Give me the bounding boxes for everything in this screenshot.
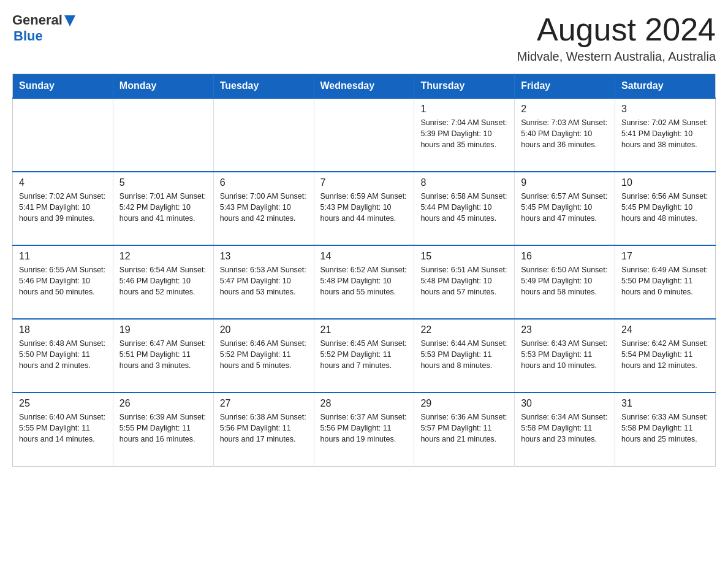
calendar-cell: 14Sunrise: 6:52 AM Sunset: 5:48 PM Dayli… bbox=[314, 245, 414, 319]
header-cell-sunday: Sunday bbox=[13, 74, 113, 99]
calendar-cell: 8Sunrise: 6:58 AM Sunset: 5:44 PM Daylig… bbox=[414, 172, 515, 245]
calendar-cell bbox=[213, 98, 314, 172]
day-info: Sunrise: 7:00 AM Sunset: 5:43 PM Dayligh… bbox=[220, 191, 308, 224]
calendar-cell: 20Sunrise: 6:46 AM Sunset: 5:52 PM Dayli… bbox=[213, 319, 314, 393]
day-number: 23 bbox=[521, 324, 609, 335]
calendar-cell: 16Sunrise: 6:50 AM Sunset: 5:49 PM Dayli… bbox=[515, 245, 615, 319]
week-row-1: 4Sunrise: 7:02 AM Sunset: 5:41 PM Daylig… bbox=[13, 172, 716, 245]
logo-blue: Blue bbox=[13, 28, 75, 44]
header-cell-saturday: Saturday bbox=[615, 74, 716, 99]
calendar-cell: 19Sunrise: 6:47 AM Sunset: 5:51 PM Dayli… bbox=[113, 319, 213, 393]
calendar-cell: 15Sunrise: 6:51 AM Sunset: 5:48 PM Dayli… bbox=[414, 245, 515, 319]
calendar-cell: 21Sunrise: 6:45 AM Sunset: 5:52 PM Dayli… bbox=[314, 319, 414, 393]
day-number: 19 bbox=[119, 324, 207, 335]
week-row-2: 11Sunrise: 6:55 AM Sunset: 5:46 PM Dayli… bbox=[13, 245, 716, 319]
day-number: 24 bbox=[621, 324, 709, 335]
day-info: Sunrise: 6:56 AM Sunset: 5:45 PM Dayligh… bbox=[621, 191, 709, 224]
day-info: Sunrise: 6:50 AM Sunset: 5:49 PM Dayligh… bbox=[521, 264, 609, 297]
header-cell-wednesday: Wednesday bbox=[314, 74, 414, 99]
title-block: August 2024 Midvale, Western Australia, … bbox=[517, 12, 716, 64]
calendar-cell: 12Sunrise: 6:54 AM Sunset: 5:46 PM Dayli… bbox=[113, 245, 213, 319]
day-number: 8 bbox=[420, 177, 508, 188]
calendar-cell: 30Sunrise: 6:34 AM Sunset: 5:58 PM Dayli… bbox=[515, 393, 615, 466]
calendar-cell bbox=[314, 98, 414, 172]
calendar-header: SundayMondayTuesdayWednesdayThursdayFrid… bbox=[13, 74, 716, 99]
calendar-cell: 11Sunrise: 6:55 AM Sunset: 5:46 PM Dayli… bbox=[13, 245, 113, 319]
calendar-cell: 2Sunrise: 7:03 AM Sunset: 5:40 PM Daylig… bbox=[515, 98, 615, 172]
calendar-cell: 5Sunrise: 7:01 AM Sunset: 5:42 PM Daylig… bbox=[113, 172, 213, 245]
day-info: Sunrise: 6:34 AM Sunset: 5:58 PM Dayligh… bbox=[521, 412, 609, 445]
day-info: Sunrise: 6:51 AM Sunset: 5:48 PM Dayligh… bbox=[420, 264, 508, 297]
day-number: 26 bbox=[119, 398, 207, 409]
day-number: 6 bbox=[220, 177, 308, 188]
week-row-0: 1Sunrise: 7:04 AM Sunset: 5:39 PM Daylig… bbox=[13, 98, 716, 172]
day-info: Sunrise: 7:03 AM Sunset: 5:40 PM Dayligh… bbox=[521, 117, 609, 150]
week-row-4: 25Sunrise: 6:40 AM Sunset: 5:55 PM Dayli… bbox=[13, 393, 716, 466]
day-number: 10 bbox=[621, 177, 709, 188]
page-header: General Blue August 2024 Midvale, Wester… bbox=[12, 12, 716, 64]
day-info: Sunrise: 6:40 AM Sunset: 5:55 PM Dayligh… bbox=[19, 412, 107, 445]
calendar-cell: 9Sunrise: 6:57 AM Sunset: 5:45 PM Daylig… bbox=[515, 172, 615, 245]
day-number: 2 bbox=[521, 104, 609, 115]
calendar-cell: 7Sunrise: 6:59 AM Sunset: 5:43 PM Daylig… bbox=[314, 172, 414, 245]
calendar-body: 1Sunrise: 7:04 AM Sunset: 5:39 PM Daylig… bbox=[13, 98, 716, 466]
day-number: 3 bbox=[621, 104, 709, 115]
day-info: Sunrise: 6:42 AM Sunset: 5:54 PM Dayligh… bbox=[621, 338, 709, 371]
day-info: Sunrise: 6:53 AM Sunset: 5:47 PM Dayligh… bbox=[220, 264, 308, 297]
header-cell-monday: Monday bbox=[113, 74, 213, 99]
subtitle: Midvale, Western Australia, Australia bbox=[517, 50, 716, 64]
day-number: 29 bbox=[420, 398, 508, 409]
day-info: Sunrise: 6:36 AM Sunset: 5:57 PM Dayligh… bbox=[420, 412, 508, 445]
day-info: Sunrise: 6:43 AM Sunset: 5:53 PM Dayligh… bbox=[521, 338, 609, 371]
calendar-cell: 28Sunrise: 6:37 AM Sunset: 5:56 PM Dayli… bbox=[314, 393, 414, 466]
day-number: 22 bbox=[420, 324, 508, 335]
day-number: 7 bbox=[320, 177, 408, 188]
calendar-cell: 6Sunrise: 7:00 AM Sunset: 5:43 PM Daylig… bbox=[213, 172, 314, 245]
calendar-cell: 4Sunrise: 7:02 AM Sunset: 5:41 PM Daylig… bbox=[13, 172, 113, 245]
calendar-cell: 31Sunrise: 6:33 AM Sunset: 5:58 PM Dayli… bbox=[615, 393, 716, 466]
day-info: Sunrise: 7:02 AM Sunset: 5:41 PM Dayligh… bbox=[19, 191, 107, 224]
day-info: Sunrise: 6:37 AM Sunset: 5:56 PM Dayligh… bbox=[320, 412, 408, 445]
logo: General Blue bbox=[12, 12, 75, 44]
logo-general: General bbox=[12, 12, 63, 28]
header-cell-tuesday: Tuesday bbox=[213, 74, 314, 99]
day-info: Sunrise: 6:47 AM Sunset: 5:51 PM Dayligh… bbox=[119, 338, 207, 371]
day-number: 17 bbox=[621, 251, 709, 262]
header-cell-friday: Friday bbox=[515, 74, 615, 99]
day-number: 21 bbox=[320, 324, 408, 335]
logo-triangle-icon bbox=[64, 15, 75, 26]
day-info: Sunrise: 6:48 AM Sunset: 5:50 PM Dayligh… bbox=[19, 338, 107, 371]
calendar-cell bbox=[113, 98, 213, 172]
day-number: 20 bbox=[220, 324, 308, 335]
day-number: 27 bbox=[220, 398, 308, 409]
day-number: 18 bbox=[19, 324, 107, 335]
header-row: SundayMondayTuesdayWednesdayThursdayFrid… bbox=[13, 74, 716, 99]
calendar-table: SundayMondayTuesdayWednesdayThursdayFrid… bbox=[12, 74, 716, 467]
calendar-cell: 10Sunrise: 6:56 AM Sunset: 5:45 PM Dayli… bbox=[615, 172, 716, 245]
day-info: Sunrise: 6:52 AM Sunset: 5:48 PM Dayligh… bbox=[320, 264, 408, 297]
day-info: Sunrise: 6:55 AM Sunset: 5:46 PM Dayligh… bbox=[19, 264, 107, 297]
day-number: 9 bbox=[521, 177, 609, 188]
day-info: Sunrise: 6:57 AM Sunset: 5:45 PM Dayligh… bbox=[521, 191, 609, 224]
day-info: Sunrise: 6:54 AM Sunset: 5:46 PM Dayligh… bbox=[119, 264, 207, 297]
day-info: Sunrise: 6:44 AM Sunset: 5:53 PM Dayligh… bbox=[420, 338, 508, 371]
day-number: 4 bbox=[19, 177, 107, 188]
calendar-cell: 23Sunrise: 6:43 AM Sunset: 5:53 PM Dayli… bbox=[515, 319, 615, 393]
calendar-cell bbox=[13, 98, 113, 172]
calendar-cell: 17Sunrise: 6:49 AM Sunset: 5:50 PM Dayli… bbox=[615, 245, 716, 319]
day-number: 14 bbox=[320, 251, 408, 262]
calendar-cell: 13Sunrise: 6:53 AM Sunset: 5:47 PM Dayli… bbox=[213, 245, 314, 319]
day-number: 1 bbox=[420, 104, 508, 115]
day-number: 15 bbox=[420, 251, 508, 262]
day-info: Sunrise: 6:38 AM Sunset: 5:56 PM Dayligh… bbox=[220, 412, 308, 445]
header-cell-thursday: Thursday bbox=[414, 74, 515, 99]
calendar-cell: 18Sunrise: 6:48 AM Sunset: 5:50 PM Dayli… bbox=[13, 319, 113, 393]
day-info: Sunrise: 6:39 AM Sunset: 5:55 PM Dayligh… bbox=[119, 412, 207, 445]
day-info: Sunrise: 7:04 AM Sunset: 5:39 PM Dayligh… bbox=[420, 117, 508, 150]
day-number: 31 bbox=[621, 398, 709, 409]
calendar-cell: 3Sunrise: 7:02 AM Sunset: 5:41 PM Daylig… bbox=[615, 98, 716, 172]
calendar-cell: 25Sunrise: 6:40 AM Sunset: 5:55 PM Dayli… bbox=[13, 393, 113, 466]
day-info: Sunrise: 6:59 AM Sunset: 5:43 PM Dayligh… bbox=[320, 191, 408, 224]
week-row-3: 18Sunrise: 6:48 AM Sunset: 5:50 PM Dayli… bbox=[13, 319, 716, 393]
day-number: 25 bbox=[19, 398, 107, 409]
